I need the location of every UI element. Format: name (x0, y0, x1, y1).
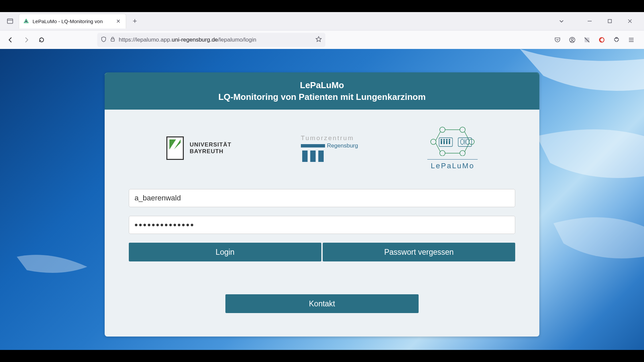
tab-bar-left: LePaLuMo - LQ-Monitoring von ✕ + (4, 14, 141, 28)
shield-icon[interactable] (101, 36, 107, 44)
svg-rect-36 (449, 141, 450, 144)
logo-lepalumo: LePaLuMo (427, 126, 478, 170)
lock-icon[interactable] (110, 37, 115, 43)
svg-marker-7 (316, 37, 321, 42)
svg-rect-0 (7, 19, 13, 23)
uni-bayreuth-label-1: UNIVERSITÄT (190, 141, 231, 148)
password-input[interactable] (129, 216, 515, 234)
minimize-button[interactable] (584, 15, 596, 27)
svg-rect-30 (441, 141, 442, 144)
back-button[interactable] (4, 33, 17, 47)
svg-point-20 (440, 150, 445, 156)
forgot-password-button[interactable]: Passwort vergessen (323, 243, 515, 261)
svg-point-17 (460, 127, 465, 132)
svg-point-35 (449, 139, 450, 141)
navigation-bar: https://lepalumo.app.uni-regensburg.de/l… (0, 30, 644, 49)
tumorzentrum-city: Regensburg (327, 142, 358, 149)
toolbar-right (551, 33, 640, 47)
svg-point-12 (616, 37, 617, 39)
login-card: LePaLuMo LQ-Monitoring von Patienten mit… (105, 72, 539, 337)
svg-line-25 (436, 143, 440, 152)
logo-tumorzentrum: Tumorzentrum Regensburg (301, 134, 358, 162)
forward-button[interactable] (19, 33, 33, 47)
extension-icon-2[interactable] (595, 33, 608, 47)
header-title-line2: LQ-Monitoring von Patienten mit Lungenka… (218, 92, 426, 102)
tumorzentrum-title: Tumorzentrum (301, 134, 358, 142)
extension-icon-1[interactable] (580, 33, 594, 47)
url-domain: uni-regensburg.de (172, 37, 218, 43)
close-window-button[interactable] (624, 15, 636, 27)
svg-line-23 (436, 132, 440, 140)
logo-uni-bayreuth: UNIVERSITÄT BAYREUTH (166, 136, 231, 160)
list-tabs-button[interactable] (555, 15, 568, 27)
tumorzentrum-pillars-icon (302, 150, 358, 162)
reload-button[interactable] (35, 33, 48, 47)
svg-rect-3 (608, 19, 611, 23)
favicon-icon (23, 18, 29, 24)
tumorzentrum-bar (301, 144, 325, 147)
page-viewport: LePaLuMo LQ-Monitoring von Patienten mit… (0, 49, 644, 350)
svg-rect-32 (443, 141, 445, 144)
account-icon[interactable] (566, 33, 579, 47)
lepalumo-network-icon (427, 126, 478, 156)
url-prefix: https://lepalumo.app. (119, 37, 172, 43)
url-path: /lepalumo/login (218, 37, 256, 43)
svg-rect-34 (446, 141, 447, 144)
uni-bayreuth-label-2: BAYREUTH (190, 148, 224, 155)
contact-button[interactable]: Kontakt (225, 294, 419, 313)
svg-point-33 (446, 139, 448, 141)
card-header: LePaLuMo LQ-Monitoring von Patienten mit… (105, 73, 539, 110)
username-input[interactable] (129, 189, 515, 207)
tab-title: LePaLuMo - LQ-Monitoring von (33, 18, 111, 24)
extensions-button[interactable] (610, 33, 623, 47)
login-form: Login Passwort vergessen Kontakt (105, 189, 539, 337)
bookmark-star-icon[interactable] (315, 36, 322, 44)
app-menu-button[interactable] (625, 33, 638, 47)
login-button[interactable]: Login (129, 243, 321, 261)
svg-point-38 (461, 139, 464, 144)
svg-point-9 (571, 38, 573, 40)
svg-point-31 (443, 139, 445, 141)
browser-tab-active[interactable]: LePaLuMo - LQ-Monitoring von ✕ (19, 14, 126, 28)
url-text: https://lepalumo.app.uni-regensburg.de/l… (119, 37, 312, 43)
uni-bayreuth-icon (166, 136, 184, 160)
new-tab-button[interactable]: + (129, 15, 141, 27)
recent-history-button[interactable] (4, 15, 16, 27)
svg-point-16 (440, 127, 445, 132)
browser-window: LePaLuMo - LQ-Monitoring von ✕ + (0, 12, 644, 350)
letterbox-bottom (0, 350, 644, 362)
maximize-button[interactable] (604, 15, 616, 27)
logos-row: UNIVERSITÄT BAYREUTH Tumorzentrum Regens… (105, 110, 539, 189)
svg-point-21 (460, 150, 465, 156)
lepalumo-label: LePaLuMo (427, 159, 478, 170)
window-controls (584, 15, 640, 27)
url-bar[interactable]: https://lepalumo.app.uni-regensburg.de/l… (97, 33, 325, 47)
pocket-icon[interactable] (551, 33, 564, 47)
header-title-line1: LePaLuMo (300, 80, 344, 90)
letterbox-top (0, 0, 644, 12)
svg-point-29 (441, 139, 442, 141)
tab-close-button[interactable]: ✕ (114, 18, 122, 25)
svg-rect-6 (111, 39, 114, 41)
svg-point-18 (431, 139, 436, 144)
tab-bar: LePaLuMo - LQ-Monitoring von ✕ + (0, 12, 644, 30)
